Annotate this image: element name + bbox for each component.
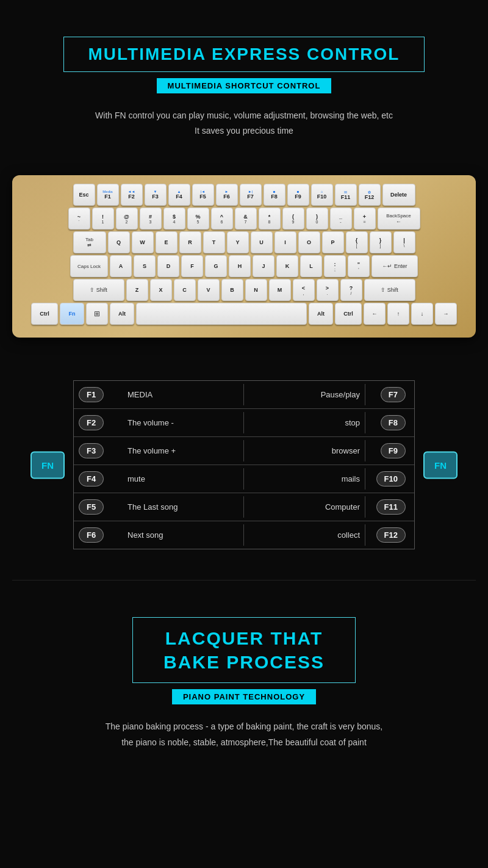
fn-label-voldown: The volume - (123, 412, 244, 433)
key-s[interactable]: S (134, 255, 156, 277)
key-equals[interactable]: += (354, 208, 376, 230)
multimedia-subtitle-box: MULTIMEDIA SHORTCUT CONTROL (157, 78, 332, 93)
key-esc[interactable]: Esc (73, 184, 95, 206)
fn-label-collect: collect (244, 524, 365, 546)
key-down[interactable]: ↓ (411, 303, 433, 325)
key-lctrl[interactable]: Ctrl (31, 303, 58, 325)
key-x[interactable]: X (150, 279, 172, 301)
key-3[interactable]: #3 (140, 208, 162, 230)
fn-row-f4-f10: F4 mute mails F10 (74, 465, 414, 493)
key-quote[interactable]: "' (348, 255, 370, 277)
key-rshift[interactable]: ⇧ Shift (364, 279, 415, 301)
key-r[interactable]: R (179, 231, 201, 253)
key-f12[interactable]: ✿F12 (359, 184, 381, 206)
fn-label-nextsong: Next song (123, 524, 244, 546)
key-v[interactable]: V (198, 279, 220, 301)
key-5[interactable]: %5 (187, 208, 209, 230)
fn-cell-key-f9: F9 (365, 437, 414, 465)
key-f1[interactable]: MediaF1 (97, 184, 119, 206)
key-i[interactable]: I (274, 231, 296, 253)
key-f3[interactable]: ▼F3 (145, 184, 167, 206)
key-enter[interactable]: ←↵ Enter (371, 255, 418, 277)
key-p[interactable]: P (322, 231, 344, 253)
key-u[interactable]: U (251, 231, 273, 253)
lacquer-desc-line2: the piano is noble, stable, atmosphere,T… (24, 735, 464, 750)
fn-badge-f9: F9 (381, 443, 406, 458)
key-up[interactable]: ↑ (387, 303, 409, 325)
key-k[interactable]: K (276, 255, 298, 277)
key-w[interactable]: W (132, 231, 154, 253)
key-lbracket[interactable]: {[ (346, 231, 368, 253)
key-tab[interactable]: Tab⇄ (73, 231, 106, 253)
key-8[interactable]: *8 (259, 208, 281, 230)
key-m[interactable]: M (269, 279, 291, 301)
key-b[interactable]: B (221, 279, 243, 301)
fn-cell-key-f7: F7 (365, 381, 414, 408)
fn-cell-key-f10: F10 (365, 465, 414, 493)
fn-badge-f7: F7 (381, 387, 406, 402)
key-f11[interactable]: ✉F11 (335, 184, 357, 206)
key-1[interactable]: !1 (92, 208, 114, 230)
key-0[interactable]: )0 (306, 208, 328, 230)
key-a[interactable]: A (110, 255, 132, 277)
multimedia-title: MULTIMEDIA EXPRESS CONTROL (88, 45, 400, 64)
fn-badge-f10: F10 (376, 471, 406, 486)
key-n[interactable]: N (245, 279, 267, 301)
key-f[interactable]: F (181, 255, 203, 277)
key-7[interactable]: &7 (235, 208, 257, 230)
key-9[interactable]: (9 (282, 208, 304, 230)
key-minus[interactable]: _- (330, 208, 352, 230)
key-2[interactable]: @2 (116, 208, 138, 230)
key-semicolon[interactable]: :; (324, 255, 346, 277)
key-right[interactable]: → (435, 303, 457, 325)
key-4[interactable]: $4 (163, 208, 185, 230)
key-backslash[interactable]: |\ (393, 231, 415, 253)
fn-label-lastsong: The Last song (123, 496, 244, 518)
key-f8[interactable]: ■F8 (264, 184, 285, 206)
key-space[interactable] (136, 303, 307, 325)
fn-label-mails: mails (244, 468, 365, 490)
key-rbracket[interactable]: }] (370, 231, 392, 253)
key-win[interactable]: ⊞ (86, 303, 108, 325)
key-backspace[interactable]: BackSpace← (378, 208, 420, 230)
key-delete[interactable]: Delete (382, 184, 415, 206)
key-backtick[interactable]: ~` (68, 208, 90, 230)
key-left[interactable]: ← (364, 303, 386, 325)
keyboard-row-bottom: Ctrl Fn ⊞ Alt Alt Ctrl ← ↑ ↓ → (21, 303, 467, 325)
key-lalt[interactable]: Alt (110, 303, 134, 325)
key-f9[interactable]: ■F9 (287, 184, 309, 206)
key-lshift[interactable]: ⇧ Shift (73, 279, 124, 301)
key-e[interactable]: E (156, 231, 178, 253)
key-d[interactable]: D (157, 255, 179, 277)
key-capslock[interactable]: Caps Lock (70, 255, 108, 277)
key-ralt[interactable]: Alt (309, 303, 333, 325)
fn-label-stop: stop (244, 412, 365, 433)
key-f5[interactable]: |◄F5 (192, 184, 214, 206)
key-fn[interactable]: Fn (60, 303, 84, 325)
key-g[interactable]: G (205, 255, 227, 277)
key-q[interactable]: Q (108, 231, 130, 253)
key-c[interactable]: C (174, 279, 196, 301)
fn-row-f6-f12: F6 Next song collect F12 (74, 521, 414, 549)
key-f7[interactable]: ►|F7 (240, 184, 262, 206)
key-slash[interactable]: ?/ (340, 279, 362, 301)
key-t[interactable]: T (203, 231, 225, 253)
key-f10[interactable]: ⌂F10 (311, 184, 333, 206)
key-l[interactable]: L (300, 255, 322, 277)
key-f6[interactable]: ►F6 (216, 184, 238, 206)
key-z[interactable]: Z (126, 279, 148, 301)
key-f4[interactable]: ▲F4 (168, 184, 190, 206)
key-rctrl[interactable]: Ctrl (335, 303, 362, 325)
key-y[interactable]: Y (227, 231, 249, 253)
fn-label-volup: The volume + (123, 440, 244, 461)
key-comma[interactable]: <, (293, 279, 315, 301)
keyboard-wrapper: Esc MediaF1 ◄◄F2 ▼F3 ▲F4 |◄F5 ►F6 ►|F7 ■… (12, 175, 476, 338)
key-f2[interactable]: ◄◄F2 (121, 184, 143, 206)
key-6[interactable]: ^6 (211, 208, 233, 230)
key-h[interactable]: H (229, 255, 251, 277)
key-period[interactable]: >. (317, 279, 339, 301)
key-j[interactable]: J (253, 255, 274, 277)
key-o[interactable]: O (298, 231, 320, 253)
fn-cell-key-f2: F2 (74, 409, 123, 436)
fn-badge-f5: F5 (79, 499, 104, 515)
